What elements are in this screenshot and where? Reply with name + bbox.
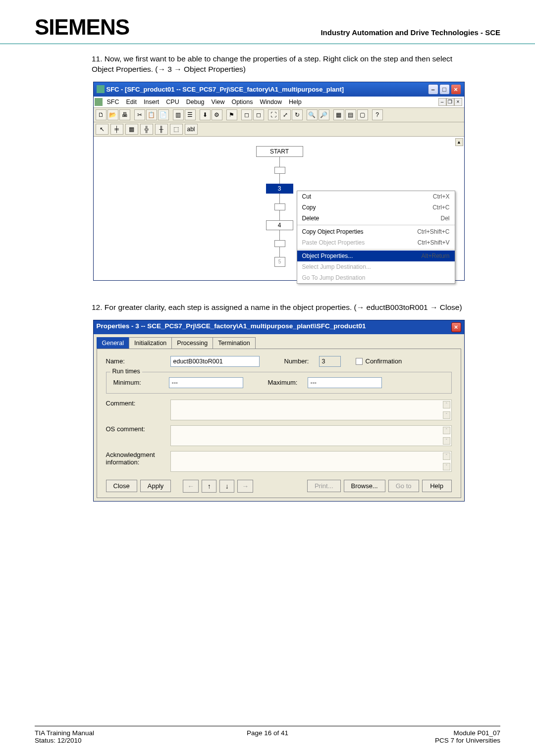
toolbar-main: 🗋 📂 🖶 ✂ 📋 📄 ▥ ☰ ⬇ ⚙ ⚑ ◻ ◻ ⛶ ⤢ ↻ 🔍 🔎 (94, 108, 464, 122)
scroll-down-icon[interactable]: ˅ (443, 437, 450, 445)
close-button[interactable]: × (451, 84, 461, 95)
os-comment-textarea[interactable]: ˄ ˅ (170, 425, 452, 446)
view1-icon[interactable]: ▥ (173, 109, 184, 120)
new-icon[interactable]: 🗋 (96, 109, 107, 120)
apply-button[interactable]: Apply (140, 480, 171, 492)
scroll-up-icon[interactable]: ˄ (443, 401, 450, 408)
confirmation-checkbox[interactable] (356, 358, 363, 365)
paste-icon[interactable]: 📄 (158, 109, 169, 120)
fit-icon[interactable]: ⛶ (268, 109, 279, 120)
zoomout-icon[interactable]: 🔎 (319, 109, 329, 120)
ctx-copy-obj-props[interactable]: Copy Object PropertiesCtrl+Shift+C (297, 226, 455, 237)
sfc-tool2-icon[interactable]: ▦ (125, 124, 138, 135)
down-button[interactable]: ↓ (219, 480, 234, 493)
layout2-icon[interactable]: ▤ (345, 109, 356, 120)
footer: TIA Training Manual Status: 12/2010 Page… (35, 729, 500, 744)
pointer-icon[interactable]: ↖ (96, 124, 108, 135)
tab-termination[interactable]: Termination (213, 337, 256, 349)
tab-general[interactable]: General (97, 337, 129, 349)
maximum-input[interactable] (308, 377, 382, 388)
menu-help[interactable]: Help (285, 98, 305, 106)
copy-icon[interactable]: 📋 (146, 109, 157, 120)
zoomfit-icon[interactable]: ⤢ (280, 109, 291, 120)
scroll-down-icon[interactable]: ˅ (443, 411, 450, 419)
tab-processing[interactable]: Processing (171, 337, 213, 349)
sfc-tool-abl-icon[interactable]: abl (185, 124, 198, 135)
layout3-icon[interactable]: ▢ (357, 109, 368, 120)
maximize-button[interactable]: □ (439, 84, 450, 95)
ack-label: Acknowledgment information: (106, 451, 170, 466)
help-button[interactable]: Help (422, 480, 452, 492)
run-times-label: Run times (110, 368, 142, 375)
menu-cpu[interactable]: CPU (162, 98, 182, 106)
sfc-step-4[interactable]: 4 (266, 220, 293, 230)
menu-options[interactable]: Options (228, 98, 256, 106)
ack-textarea[interactable]: ˄ ˅ (170, 451, 452, 472)
sfc-step-3-selected[interactable]: 3 (266, 184, 293, 194)
doc-close[interactable]: × (454, 98, 462, 106)
cut-icon[interactable]: ✂ (134, 109, 145, 120)
ctx-copy[interactable]: CopyCtrl+C (297, 202, 455, 213)
menu-insert[interactable]: Insert (140, 98, 162, 106)
footer-right-2: PCS 7 for Universities (345, 737, 500, 744)
flag-icon[interactable]: ⚑ (226, 109, 237, 120)
scroll-up-icon[interactable]: ˄ (443, 453, 450, 460)
menu-bar: SFC Edit Insert CPU Debug View Options W… (94, 97, 464, 108)
prev-button[interactable]: ← (183, 480, 199, 493)
ctx-cut[interactable]: CutCtrl+X (297, 191, 455, 202)
scroll-up-icon[interactable]: ▲ (455, 138, 463, 146)
refresh-icon[interactable]: ↻ (292, 109, 303, 120)
ctx-object-properties[interactable]: Object Properties...Alt+Return (297, 251, 455, 261)
break1-icon[interactable]: ◻ (241, 109, 252, 120)
close-button[interactable]: Close (106, 480, 137, 492)
sfc-step-5[interactable]: 5 (274, 257, 285, 267)
minimum-input[interactable] (169, 377, 243, 388)
toolbar-sfc: ↖ ╪ ▦ ╬ ╫ ⬚ abl (94, 122, 464, 137)
browse-button[interactable]: Browse... (344, 480, 385, 492)
confirmation-label: Confirmation (366, 357, 402, 365)
menu-view[interactable]: View (208, 98, 228, 106)
sfc-tool4-icon[interactable]: ╫ (155, 124, 168, 135)
zoomin-icon[interactable]: 🔍 (307, 109, 318, 120)
next-button[interactable]: → (237, 480, 253, 493)
layout1-icon[interactable]: ▦ (333, 109, 344, 120)
footer-center: Page 16 of 41 (190, 729, 345, 737)
step-11-text: 11. Now, we first want to be able to cha… (92, 54, 466, 75)
sfc-tool3-icon[interactable]: ╬ (140, 124, 153, 135)
menu-debug[interactable]: Debug (183, 98, 208, 106)
view2-icon[interactable]: ☰ (185, 109, 196, 120)
download-icon[interactable]: ⬇ (200, 109, 211, 120)
minimize-button[interactable]: – (428, 84, 438, 95)
tab-initialization[interactable]: Initialization (129, 337, 172, 349)
comment-textarea[interactable]: ˄ ˅ (170, 400, 452, 420)
scroll-down-icon[interactable]: ˅ (443, 463, 450, 470)
sfc-transition-1[interactable] (274, 167, 285, 174)
compile-icon[interactable]: ⚙ (212, 109, 222, 120)
minimum-label: Minimum: (113, 379, 169, 386)
open-icon[interactable]: 📂 (107, 109, 118, 120)
break2-icon[interactable]: ◻ (253, 109, 264, 120)
sfc-tool5-icon[interactable]: ⬚ (170, 124, 183, 135)
doc-minimize[interactable]: – (438, 98, 446, 106)
menu-window[interactable]: Window (257, 98, 285, 106)
props-close-button[interactable]: × (451, 322, 461, 332)
sfc-tool1-icon[interactable]: ╪ (110, 124, 123, 135)
sfc-canvas[interactable]: ▲ START 3 4 5 CutCtrl+X CopyCtrl+C Delet… (94, 137, 464, 280)
help-icon[interactable]: ? (372, 109, 383, 120)
props-title: Properties - 3 -- SCE_PCS7_Prj\SCE_facto… (97, 322, 366, 332)
ctx-delete[interactable]: DeleteDel (297, 213, 455, 224)
menu-sfc[interactable]: SFC (104, 98, 123, 106)
sfc-transition-3[interactable] (274, 240, 285, 247)
scroll-up-icon[interactable]: ˄ (443, 427, 450, 434)
name-input[interactable] (170, 356, 260, 367)
print-button: Print... (307, 480, 341, 492)
print-icon[interactable]: 🖶 (119, 109, 130, 120)
window-title: SFC - [SFC_product01 -- SCE_PCS7_Prj\SCE… (107, 86, 344, 93)
sfc-start-step[interactable]: START (256, 146, 303, 157)
comment-label: Comment: (106, 400, 170, 407)
doc-restore[interactable]: ❐ (446, 98, 454, 106)
menu-edit[interactable]: Edit (123, 98, 141, 106)
sfc-transition-2[interactable] (274, 203, 285, 210)
logo: SIEMENS (35, 15, 129, 40)
up-button[interactable]: ↑ (202, 480, 216, 493)
